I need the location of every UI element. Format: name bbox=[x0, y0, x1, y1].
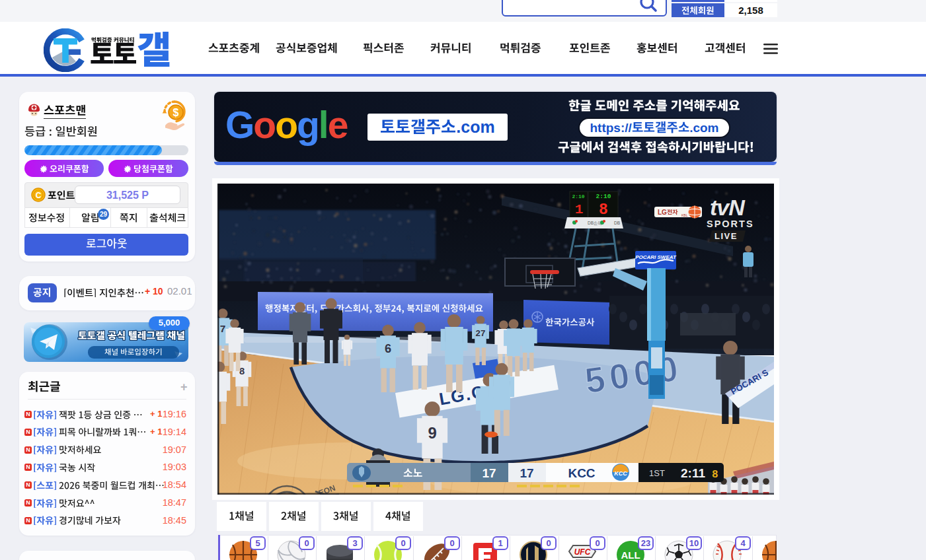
svg-text:SPORTS: SPORTS bbox=[707, 219, 754, 229]
svg-text:2:11: 2:11 bbox=[681, 466, 705, 480]
svg-text:17: 17 bbox=[520, 466, 533, 480]
svg-text:7: 7 bbox=[220, 323, 226, 334]
svg-text:KBL: KBL bbox=[681, 213, 688, 217]
svg-text:1ST: 1ST bbox=[649, 468, 665, 478]
svg-text:KCC: KCC bbox=[614, 470, 627, 477]
svg-text:LIVE: LIVE bbox=[714, 231, 738, 241]
svg-text:ALL: ALL bbox=[621, 549, 640, 560]
svg-text:LG: LG bbox=[658, 209, 667, 216]
svg-text:2:10: 2:10 bbox=[596, 193, 611, 200]
svg-text:tvN: tvN bbox=[710, 195, 746, 220]
svg-text:POCARI SWEAT: POCARI SWEAT bbox=[635, 254, 677, 260]
svg-text:8: 8 bbox=[599, 201, 608, 219]
svg-text:27: 27 bbox=[476, 328, 486, 338]
svg-text:DB손해: DB손해 bbox=[588, 221, 602, 225]
svg-text:C: C bbox=[36, 191, 42, 200]
svg-text:8: 8 bbox=[712, 469, 718, 481]
svg-text:2:10: 2:10 bbox=[572, 193, 584, 199]
svg-text:UFC: UFC bbox=[574, 547, 591, 557]
svg-text:9: 9 bbox=[428, 424, 436, 442]
svg-text:17: 17 bbox=[482, 466, 496, 480]
svg-text:6: 6 bbox=[385, 342, 391, 355]
svg-text:KCC: KCC bbox=[568, 466, 595, 480]
svg-text:DB: DB bbox=[614, 221, 620, 225]
svg-text:1: 1 bbox=[575, 202, 584, 217]
svg-text:$: $ bbox=[173, 107, 179, 118]
